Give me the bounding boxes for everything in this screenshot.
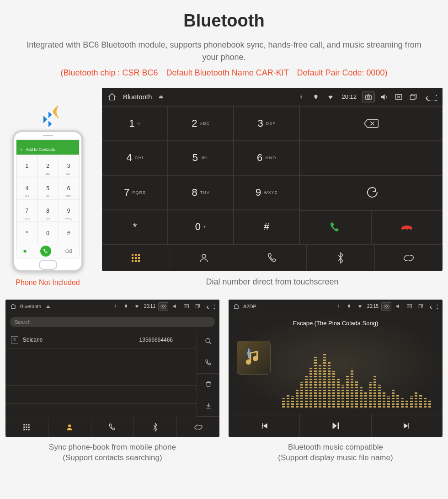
tab-paired[interactable] (177, 417, 219, 437)
answer-call-button[interactable] (299, 210, 371, 244)
hu-clock: 20:12 (341, 93, 357, 100)
tab-contacts[interactable] (170, 245, 238, 271)
headunit-dialer-screen: Bluetooth ⏏ ᚼ 20:12 1∞2ABC3DEF4GHI5JKL6M… (102, 88, 443, 271)
volume-icon[interactable] (379, 91, 389, 102)
svg-rect-19 (24, 424, 25, 425)
dialer-key[interactable]: 5JKL (168, 141, 234, 176)
tab-paired[interactable] (375, 245, 443, 271)
phone-key: 9WXYZ (58, 199, 79, 222)
phone-key: * (16, 222, 37, 244)
hu-app-title: Bluetooth (123, 93, 152, 101)
recent-apps-icon[interactable] (193, 302, 201, 311)
backspace-button[interactable] (299, 106, 443, 141)
svg-rect-11 (135, 260, 137, 262)
phone-key: 0+ (37, 222, 59, 244)
redial-button[interactable] (299, 176, 443, 210)
svg-rect-10 (132, 260, 133, 262)
dialer-key[interactable]: 6MNO (234, 141, 299, 176)
close-app-icon[interactable] (393, 91, 404, 102)
close-app-icon[interactable] (182, 302, 190, 311)
end-call-button[interactable] (371, 210, 443, 244)
phone-header-title: Add to Contacts (26, 147, 55, 152)
contacts-call-button[interactable] (197, 352, 219, 374)
svg-rect-23 (26, 426, 27, 428)
phone-key: 5JKL (37, 177, 59, 199)
page-description: Integrated with BC6 Bluetooth module, su… (18, 39, 430, 64)
contacts-delete-button[interactable] (197, 374, 219, 395)
home-icon[interactable] (232, 302, 240, 311)
svg-point-28 (68, 424, 71, 427)
svg-point-1 (367, 96, 369, 98)
headunit-a2dp-screen: A2DP ᚼ 20:15 Escape (The Pina Colada Son… (229, 300, 443, 437)
dialer-key[interactable]: 1∞ (102, 106, 168, 141)
dialer-key[interactable]: 9WXYZ (234, 175, 299, 210)
svg-rect-5 (135, 254, 137, 256)
contacts-search-input[interactable]: Search (10, 317, 215, 327)
svg-rect-17 (195, 305, 198, 308)
next-track-button[interactable] (372, 414, 443, 437)
phone-key: # (58, 222, 79, 244)
home-icon[interactable] (9, 302, 17, 311)
svg-rect-24 (28, 426, 30, 428)
svg-rect-20 (26, 424, 27, 425)
prev-track-button[interactable] (229, 414, 300, 437)
contact-row[interactable]: S Seicane 13566664466 (5, 331, 197, 349)
screenshot-icon[interactable] (362, 91, 375, 102)
tab-keypad[interactable] (102, 245, 170, 271)
back-icon[interactable] (427, 302, 439, 311)
home-icon[interactable] (107, 91, 117, 102)
dialer-key[interactable]: # (234, 210, 299, 245)
location-icon (310, 91, 321, 102)
recent-apps-icon[interactable] (408, 91, 419, 102)
svg-rect-9 (138, 257, 140, 259)
location-icon (122, 302, 130, 311)
dialer-key[interactable]: 2ABC (168, 106, 234, 141)
phone-key: 7PQRS (16, 199, 37, 222)
bluetooth-status-icon: ᚼ (111, 302, 119, 311)
usb-icon: ⏏ (44, 302, 52, 311)
now-playing-title: Escape (The Pina Colada Song) (293, 320, 378, 327)
tab-contacts[interactable] (48, 417, 91, 437)
volume-icon[interactable] (171, 302, 179, 311)
tab-call-log[interactable] (238, 245, 306, 271)
play-pause-button[interactable] (300, 414, 371, 437)
close-app-icon[interactable] (405, 302, 413, 311)
contact-row-empty (5, 386, 197, 404)
location-icon (345, 302, 353, 311)
svg-rect-21 (28, 424, 30, 425)
tab-bluetooth[interactable] (134, 417, 177, 437)
back-icon[interactable] (422, 91, 438, 102)
call-button (40, 246, 51, 257)
svg-point-18 (206, 338, 210, 343)
video-call-icon: ■ (23, 248, 27, 254)
search-placeholder: Search (15, 319, 31, 325)
screenshot-icon[interactable] (381, 302, 391, 311)
recent-apps-icon[interactable] (416, 302, 424, 311)
bluetooth-logo-icon (34, 106, 62, 133)
tab-keypad[interactable] (5, 417, 48, 437)
svg-rect-6 (138, 254, 140, 256)
contacts-search-button[interactable] (197, 331, 219, 352)
contact-row-empty (5, 349, 197, 367)
contacts-caption: Sync phone-book from mobile phone(Suppor… (5, 442, 219, 463)
volume-icon[interactable] (394, 302, 402, 311)
phone-illustration-column: ＋ Add to Contacts 12ABC3DEF4GHI5JKL6MNO7… (5, 98, 90, 287)
svg-rect-4 (132, 254, 133, 256)
bluetooth-spec-line: (Bluetooth chip : CSR BC6 Default Blueto… (5, 68, 443, 78)
dialer-key[interactable]: 4GHI (102, 141, 168, 176)
hu2-app-title: Bluetooth (20, 304, 41, 309)
dialer-key[interactable]: 3DEF (234, 106, 299, 141)
tab-call-log[interactable] (91, 417, 134, 437)
dialer-key[interactable]: * (102, 210, 168, 245)
svg-rect-26 (26, 429, 27, 430)
headunit-contacts-screen: Bluetooth ⏏ ᚼ 20:11 Search (5, 300, 219, 437)
screenshot-icon[interactable] (158, 302, 168, 311)
dialer-key[interactable]: 0+ (168, 210, 234, 245)
dialer-key[interactable]: 8TUV (168, 175, 234, 210)
contacts-sync-button[interactable] (197, 395, 219, 417)
svg-point-30 (385, 306, 387, 307)
svg-rect-7 (132, 257, 133, 259)
tab-bluetooth[interactable] (307, 245, 375, 271)
back-icon[interactable] (204, 302, 216, 311)
dialer-key[interactable]: 7PQRS (102, 175, 168, 210)
